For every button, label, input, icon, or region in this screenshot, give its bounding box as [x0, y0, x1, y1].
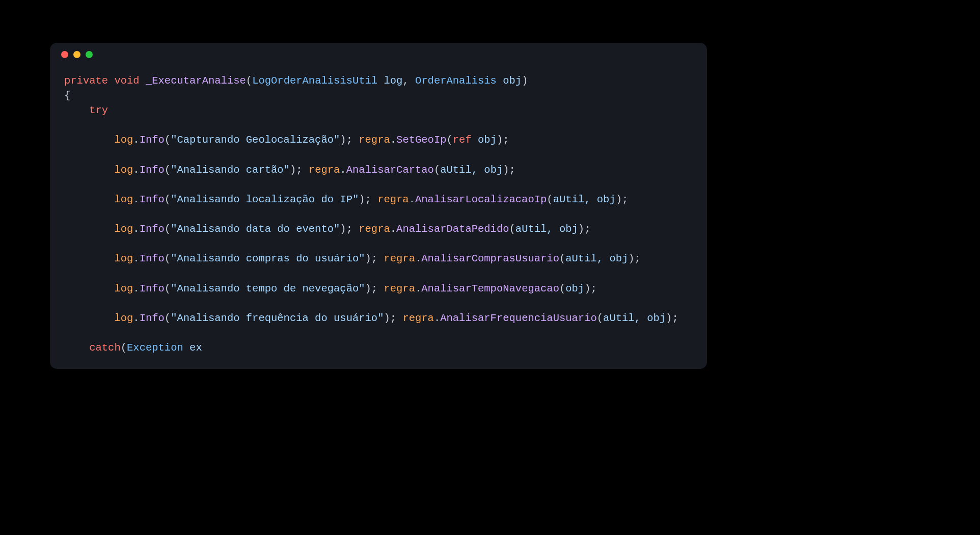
- code-editor[interactable]: private void _ExecutarAnalise(LogOrderAn…: [50, 66, 707, 355]
- maximize-icon[interactable]: [86, 51, 93, 58]
- window-titlebar: [50, 43, 707, 66]
- close-icon[interactable]: [61, 51, 68, 58]
- minimize-icon[interactable]: [73, 51, 80, 58]
- code-window: private void _ExecutarAnalise(LogOrderAn…: [50, 43, 707, 369]
